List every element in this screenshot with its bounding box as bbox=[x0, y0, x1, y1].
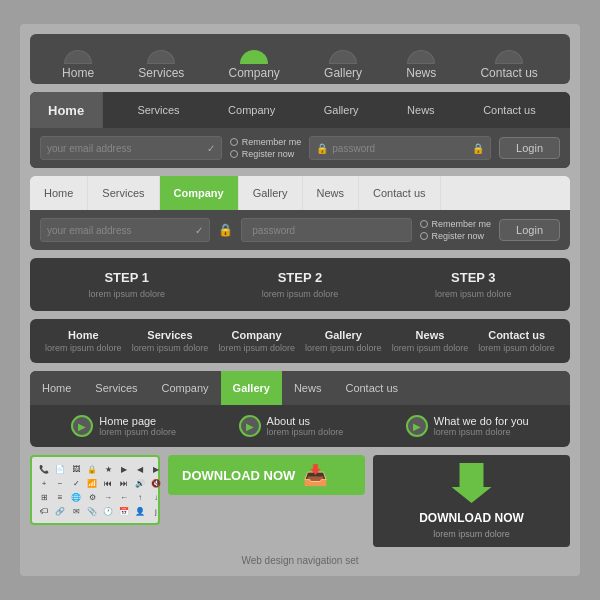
login-button-3[interactable]: Login bbox=[499, 219, 560, 241]
nav4-company[interactable]: Company lorem ipsum dolore bbox=[218, 329, 295, 353]
step-2: STEP 2 lorem ipsum dolore bbox=[262, 270, 339, 299]
nav3-contact[interactable]: Contact us bbox=[359, 176, 441, 210]
semicircle-company bbox=[240, 50, 268, 64]
remember-checkbox-3[interactable] bbox=[420, 220, 428, 228]
remember-row-2: Remember me bbox=[230, 137, 302, 147]
nav1-item-news[interactable]: News bbox=[406, 50, 436, 80]
step-3: STEP 3 lorem ipsum dolore bbox=[435, 270, 512, 299]
remember-row-3: Remember me bbox=[420, 219, 492, 229]
icon-back: ◀ bbox=[134, 463, 146, 475]
icon-mute: 🔇 bbox=[150, 477, 162, 489]
semicircle-gallery bbox=[329, 50, 357, 64]
lock-icon-3: 🔒 bbox=[218, 223, 233, 237]
nav1-item-company[interactable]: Company bbox=[229, 50, 280, 80]
nav2-bottom: your email address ✓ Remember me Registe… bbox=[30, 128, 570, 168]
nav3-gallery[interactable]: Gallery bbox=[239, 176, 303, 210]
icon-forward: ▶ bbox=[150, 463, 162, 475]
icon-arrow-r: → bbox=[102, 491, 114, 503]
icon-prev: ⏮ bbox=[102, 477, 114, 489]
nav2-company[interactable]: Company bbox=[228, 104, 275, 116]
nav1-item-gallery[interactable]: Gallery bbox=[324, 50, 362, 80]
nav3-news[interactable]: News bbox=[303, 176, 360, 210]
icon-check: ✓ bbox=[70, 477, 82, 489]
nav2-services[interactable]: Services bbox=[137, 104, 179, 116]
nav1-item-home[interactable]: Home bbox=[62, 50, 94, 80]
icon-tag: 🏷 bbox=[38, 505, 50, 517]
nav1-item-services[interactable]: Services bbox=[138, 50, 184, 80]
nav5-news[interactable]: News bbox=[282, 371, 334, 405]
icon-grid3: ⊞ bbox=[38, 491, 50, 503]
icon-grid-box: 📞 📄 🖼 🔒 ★ ▶ ◀ ▶ + − ✓ 📶 ⏮ ⏭ 🔊 🔇 ⊞ ≡ bbox=[30, 455, 160, 525]
footer-text: Web design navigation set bbox=[30, 555, 570, 566]
nav2-home-tab[interactable]: Home bbox=[30, 92, 103, 128]
nav5-text-home: Home page lorem ipsum dolore bbox=[99, 415, 176, 437]
nav4-home[interactable]: Home lorem ipsum dolore bbox=[45, 329, 122, 353]
icon-plus: + bbox=[38, 477, 50, 489]
nav2-top: Home Services Company Gallery News Conta… bbox=[30, 92, 570, 128]
icon-star: ★ bbox=[102, 463, 114, 475]
nav5-item-what[interactable]: ▶ What we do for you lorem ipsum dolore bbox=[406, 415, 529, 437]
bottom-row: 📞 📄 🖼 🔒 ★ ▶ ◀ ▶ + − ✓ 📶 ⏮ ⏭ 🔊 🔇 ⊞ ≡ bbox=[30, 455, 570, 547]
icon-minus: − bbox=[54, 477, 66, 489]
arrow-icon-what: ▶ bbox=[406, 415, 428, 437]
nav2-contact[interactable]: Contact us bbox=[483, 104, 536, 116]
nav5-item-about[interactable]: ▶ About us lorem ipsum dolore bbox=[239, 415, 344, 437]
icon-doc: 📄 bbox=[54, 463, 66, 475]
icon-cal: 📅 bbox=[118, 505, 130, 517]
nav-bar-4: Home lorem ipsum dolore Services lorem i… bbox=[30, 319, 570, 363]
nav5-text-what: What we do for you lorem ipsum dolore bbox=[434, 415, 529, 437]
icon-arrow-l: ← bbox=[118, 491, 130, 503]
login-button-2[interactable]: Login bbox=[499, 137, 560, 159]
register-checkbox-2[interactable] bbox=[230, 150, 238, 158]
remember-checkbox-2[interactable] bbox=[230, 138, 238, 146]
icon-clock: 🕐 bbox=[102, 505, 114, 517]
icon-list: ≡ bbox=[54, 491, 66, 503]
remember-register-2: Remember me Register now bbox=[230, 137, 302, 159]
nav5-home[interactable]: Home bbox=[30, 371, 83, 405]
icon-link: 🔗 bbox=[54, 505, 66, 517]
nav5-services[interactable]: Services bbox=[83, 371, 149, 405]
icon-j: j bbox=[150, 505, 162, 517]
nav3-bottom: your email address ✓ 🔒 password Remember… bbox=[30, 210, 570, 250]
download-button-2[interactable]: DOWNLOAD NOW lorem ipsum dolore bbox=[373, 455, 570, 547]
nav4-items: Home lorem ipsum dolore Services lorem i… bbox=[40, 329, 560, 353]
nav3-home[interactable]: Home bbox=[30, 176, 88, 210]
register-row-3: Register now bbox=[420, 231, 492, 241]
download-button-1[interactable]: DOWNLOAD NOW 📥 bbox=[168, 455, 365, 495]
password-field-2[interactable]: 🔒 password 🔒 bbox=[309, 136, 491, 160]
nav3-services[interactable]: Services bbox=[88, 176, 159, 210]
nav4-contact[interactable]: Contact us lorem ipsum dolore bbox=[478, 329, 555, 353]
nav5-bottom: ▶ Home page lorem ipsum dolore ▶ About u… bbox=[30, 405, 570, 447]
email-field-3[interactable]: your email address ✓ bbox=[40, 218, 210, 242]
nav4-news[interactable]: News lorem ipsum dolore bbox=[392, 329, 469, 353]
password-field-3[interactable]: password bbox=[241, 218, 411, 242]
nav5-text-about: About us lorem ipsum dolore bbox=[267, 415, 344, 437]
icon-lock: 🔒 bbox=[86, 463, 98, 475]
icon-arrow-d: ↓ bbox=[150, 491, 162, 503]
nav5-company[interactable]: Company bbox=[150, 371, 221, 405]
nav2-links: Services Company Gallery News Contact us bbox=[103, 104, 570, 116]
icon-image: 🖼 bbox=[70, 463, 82, 475]
nav1-item-contact[interactable]: Contact us bbox=[480, 50, 537, 80]
icon-mail: ✉ bbox=[70, 505, 82, 517]
semicircle-services bbox=[147, 50, 175, 64]
semicircle-home bbox=[64, 50, 92, 64]
nav5-gallery[interactable]: Gallery bbox=[221, 371, 282, 405]
icon-play: ▶ bbox=[118, 463, 130, 475]
email-field-2[interactable]: your email address ✓ bbox=[40, 136, 222, 160]
semicircle-news bbox=[407, 50, 435, 64]
nav-bar-3: Home Services Company Gallery News Conta… bbox=[30, 176, 570, 250]
nav4-gallery[interactable]: Gallery lorem ipsum dolore bbox=[305, 329, 382, 353]
semicircle-contact bbox=[495, 50, 523, 64]
nav2-news[interactable]: News bbox=[407, 104, 435, 116]
step-nav: STEP 1 lorem ipsum dolore STEP 2 lorem i… bbox=[30, 258, 570, 311]
icon-vol: 🔊 bbox=[134, 477, 146, 489]
nav4-services[interactable]: Services lorem ipsum dolore bbox=[132, 329, 209, 353]
nav2-gallery[interactable]: Gallery bbox=[324, 104, 359, 116]
nav5-item-home[interactable]: ▶ Home page lorem ipsum dolore bbox=[71, 415, 176, 437]
icon-arrow-u: ↑ bbox=[134, 491, 146, 503]
icon-user: 👤 bbox=[134, 505, 146, 517]
nav5-contact[interactable]: Contact us bbox=[333, 371, 410, 405]
nav3-company[interactable]: Company bbox=[160, 176, 239, 210]
register-checkbox-3[interactable] bbox=[420, 232, 428, 240]
